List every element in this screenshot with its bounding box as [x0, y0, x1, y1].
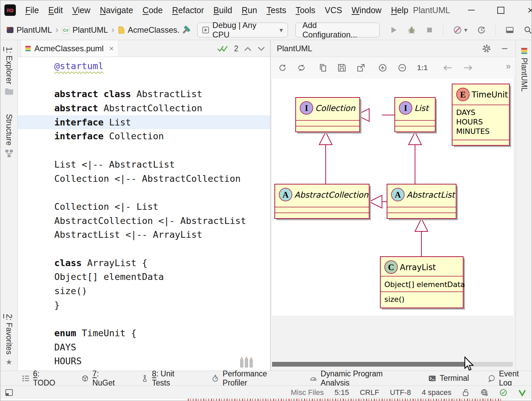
toolbar-separator	[496, 25, 496, 35]
tool-button-terminal[interactable]: Terminal	[428, 374, 469, 383]
menu-bar: RD FileEditViewNavigateCodeRefactorBuild…	[0, 0, 532, 20]
menu-build[interactable]: Build	[209, 5, 237, 15]
editor-tab[interactable]: AcmeClasses.puml ×	[21, 40, 119, 57]
menu-run[interactable]: Run	[237, 5, 262, 15]
toolwindow-toggle-icon[interactable]	[5, 389, 13, 397]
add-configuration-button[interactable]: Add Configuration...	[295, 23, 380, 37]
prev-page-icon[interactable]	[443, 64, 453, 71]
code-line[interactable]	[18, 143, 270, 157]
status-context: Misc Files	[291, 388, 324, 397]
tool-button-todo[interactable]: 6: TODO	[22, 369, 62, 388]
inspections-ok-icon[interactable]	[499, 389, 507, 397]
close-tab-icon[interactable]: ×	[109, 44, 114, 53]
tool-button-event-log[interactable]: Event Log	[488, 369, 532, 388]
uml-class-AbstractCollection: AAbstractCollection	[275, 184, 369, 219]
menu-navigate[interactable]: Navigate	[95, 5, 138, 15]
scrollbar-thumb[interactable]	[272, 362, 465, 367]
code-line[interactable]	[18, 242, 270, 256]
debug-button[interactable]	[407, 26, 416, 34]
breadcrumb-solution[interactable]: PlantUML	[6, 25, 52, 35]
menu-refactor[interactable]: Refactor	[168, 5, 209, 15]
code-line[interactable]: DAYS	[18, 340, 270, 354]
breadcrumb-file[interactable]: AcmeClasses.puml	[118, 25, 179, 35]
run-configuration-select[interactable]: Debug | Any CPU ▾	[197, 23, 288, 37]
code-line[interactable]: size()	[18, 284, 270, 298]
menu-tests[interactable]: Tests	[262, 5, 291, 15]
profiler-button[interactable]: ▾	[453, 25, 467, 35]
build-hammer-icon[interactable]	[181, 25, 191, 35]
close-button[interactable]: ×	[526, 5, 532, 15]
code-line[interactable]: interface List	[18, 115, 270, 130]
code-line[interactable]: abstract class AbstractList	[18, 87, 270, 101]
uml-class-ArrayList: CArrayListObject[] elementDatasize()	[380, 257, 465, 308]
tool-button-favorites[interactable]: 2: Favorites ★	[4, 314, 13, 371]
code-line[interactable]: Collection <|- List	[18, 200, 270, 214]
run-button[interactable]	[389, 26, 398, 34]
caret-position[interactable]: 5:15	[334, 388, 349, 397]
tool-button-plantuml[interactable]: PlantUML	[520, 48, 529, 92]
code-line[interactable]: AbstractList <|-- ArrayList	[18, 228, 270, 242]
indent-setting[interactable]: 4 spaces	[422, 388, 451, 397]
code-line[interactable]: HOURS	[18, 354, 270, 368]
menu-view[interactable]: View	[67, 5, 95, 15]
code-line[interactable]	[18, 312, 270, 326]
tool-button-explorer[interactable]: 1: Explorer	[4, 47, 13, 95]
refresh-icon[interactable]	[278, 63, 287, 72]
code-editor[interactable]: @startumlabstract class AbstractListabst…	[18, 57, 270, 371]
code-line[interactable]: }	[18, 298, 270, 312]
inspections-widget[interactable]: 2	[217, 44, 265, 53]
code-line[interactable]: List <|-- AbstractList	[18, 157, 270, 172]
search-everywhere-button[interactable]	[524, 26, 532, 34]
horizontal-scrollbar[interactable]	[272, 362, 513, 367]
tool-button-dynamic-program-analysis[interactable]: Dynamic Program Analysis	[309, 369, 409, 388]
code-line[interactable]: enum TimeUnit {	[18, 326, 270, 340]
proxy-globe-icon[interactable]	[480, 389, 489, 397]
more-actions-icon[interactable]: »	[506, 61, 511, 71]
menu-help[interactable]: Help	[386, 5, 413, 15]
preview-title: PlantUML	[277, 44, 312, 53]
line-endings[interactable]: CRLF	[360, 388, 379, 397]
breadcrumb-project[interactable]: C# PlantUML	[62, 25, 108, 35]
code-line[interactable]: Object[] elementData	[18, 270, 270, 284]
code-line[interactable]: class ArrayList {	[18, 256, 270, 270]
code-line[interactable]: @startuml	[18, 59, 270, 73]
tool-button-unit-tests[interactable]: 8: Unit Tests	[141, 369, 193, 388]
rerun-with-profiler-button[interactable]	[477, 25, 486, 35]
file-encoding[interactable]: UTF-8	[390, 388, 411, 397]
code-line[interactable]: abstract AbstractCollection	[18, 101, 270, 115]
hide-panel-icon[interactable]	[501, 45, 508, 52]
menu-tools[interactable]: Tools	[291, 5, 320, 15]
menu-code[interactable]: Code	[138, 5, 168, 15]
prev-problem-icon[interactable]	[244, 46, 252, 52]
menu-edit[interactable]: Edit	[43, 5, 67, 15]
maximize-button[interactable]	[496, 5, 506, 15]
vulnerability-ok-icon[interactable]	[518, 389, 526, 397]
zoom-out-icon[interactable]	[397, 63, 407, 73]
next-problem-icon[interactable]	[257, 46, 265, 52]
tool-button-structure[interactable]: Structure	[4, 114, 13, 157]
export-diagram-icon[interactable]	[356, 63, 365, 72]
csharp-project-icon: C#	[62, 26, 70, 34]
code-line[interactable]: AbstractCollection <|- AbstractList	[18, 214, 270, 228]
tool-button-nuget[interactable]: 7: NuGet	[81, 369, 122, 388]
gear-icon[interactable]	[482, 44, 491, 53]
tool-windows-button[interactable]	[505, 26, 514, 34]
save-diagram-icon[interactable]	[337, 63, 346, 72]
code-line[interactable]	[18, 73, 270, 87]
lock-icon[interactable]	[462, 389, 470, 397]
tool-button-performance-profiler[interactable]: Performance Profiler	[211, 369, 291, 388]
code-line[interactable]: Collection <|-- AbstractCollection	[18, 172, 270, 186]
zoom-in-icon[interactable]	[378, 63, 387, 73]
refresh-all-icon[interactable]	[297, 63, 306, 72]
svg-text:C: C	[388, 263, 394, 272]
stop-button[interactable]	[425, 26, 434, 34]
zoom-reset-button[interactable]: 1:1	[417, 63, 428, 72]
menu-vcs[interactable]: VCS	[320, 5, 347, 15]
menu-file[interactable]: File	[21, 5, 43, 15]
menu-window[interactable]: Window	[347, 5, 386, 15]
code-line[interactable]	[18, 185, 270, 200]
copy-diagram-icon[interactable]	[319, 63, 327, 72]
next-page-icon[interactable]	[463, 64, 473, 71]
minimize-button[interactable]	[466, 5, 476, 15]
code-line[interactable]: interface Collection	[18, 129, 270, 143]
